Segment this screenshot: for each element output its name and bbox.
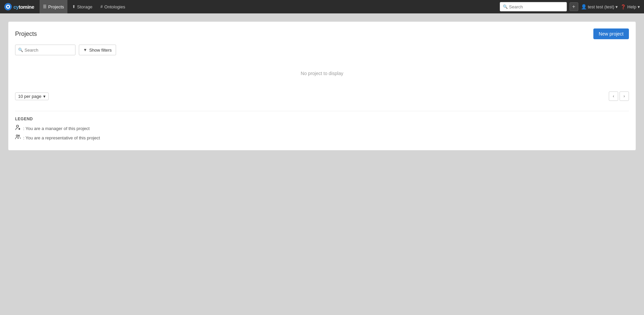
nav-item-storage[interactable]: ⬆ Storage (69, 0, 96, 13)
nav-item-ontologies[interactable]: # Ontologies (97, 0, 128, 13)
per-page-caret-icon: ▾ (43, 94, 46, 99)
help-menu[interactable]: ❓ Help ▾ (621, 4, 640, 9)
legend-manager-text: : You are a manager of this project (23, 126, 90, 131)
add-button[interactable]: + (570, 2, 578, 11)
legend-item-representative: : You are a representative of this proje… (15, 134, 629, 141)
ontologies-icon: # (100, 4, 103, 9)
representative-icon (15, 134, 21, 141)
toolbar: 🔍 ▼ Show filters (15, 45, 629, 55)
show-filters-label: Show filters (89, 48, 112, 53)
show-filters-button[interactable]: ▼ Show filters (79, 45, 116, 55)
global-search-input[interactable] (509, 4, 564, 9)
prev-page-button[interactable]: ‹ (609, 91, 618, 101)
projects-card: Projects New project 🔍 ▼ Show filters No… (8, 21, 636, 150)
per-page-label: 10 per page (18, 94, 41, 99)
next-page-button[interactable]: › (620, 91, 629, 101)
help-circle-icon: ❓ (621, 4, 626, 9)
user-caret-icon: ▾ (615, 4, 618, 9)
project-search-icon: 🔍 (18, 48, 23, 52)
navbar: cytomine ☰ Projects ⬆ Storage # Ontologi… (0, 0, 644, 13)
svg-point-5 (18, 135, 19, 136)
card-header: Projects New project (15, 28, 629, 39)
user-icon: 👤 (581, 4, 587, 9)
svg-point-3 (16, 125, 18, 127)
pagination-bar: 10 per page ▾ ‹ › (15, 91, 629, 101)
brand-logo-link[interactable]: cytomine (4, 3, 34, 11)
legend-item-manager: : You are a manager of this project (15, 125, 629, 132)
page-title: Projects (15, 30, 37, 38)
brand-name: cytomine (13, 4, 34, 10)
pagination-nav: ‹ › (609, 91, 629, 101)
legend-representative-text: : You are a representative of this proje… (23, 135, 100, 140)
filter-icon: ▼ (83, 48, 87, 52)
navbar-right: 🔍 + 👤 test test (test) ▾ ❓ Help ▾ (500, 2, 640, 11)
empty-state: No project to display (15, 61, 629, 86)
user-menu[interactable]: 👤 test test (test) ▾ (581, 4, 618, 9)
storage-icon: ⬆ (72, 4, 75, 9)
project-search-input[interactable] (24, 48, 72, 53)
nav-label-ontologies: Ontologies (104, 4, 125, 9)
legend-title: LEGEND (15, 117, 629, 121)
svg-point-2 (7, 6, 9, 8)
manager-icon (15, 125, 21, 132)
global-search-icon: 🔍 (503, 4, 508, 9)
legend-section: LEGEND : You are a manager of this proje… (15, 111, 629, 141)
empty-state-message: No project to display (301, 71, 343, 76)
new-project-button[interactable]: New project (593, 28, 629, 39)
brand-logo-icon (4, 3, 12, 11)
help-caret-icon: ▾ (638, 4, 640, 9)
nav-label-storage: Storage (77, 4, 93, 9)
nav-label-projects: Projects (48, 4, 64, 9)
help-label: Help (627, 4, 636, 9)
nav-item-projects[interactable]: ☰ Projects (40, 0, 67, 13)
svg-point-4 (16, 135, 18, 136)
user-label: test test (test) (588, 4, 614, 9)
per-page-select[interactable]: 10 per page ▾ (15, 92, 49, 100)
main-content: Projects New project 🔍 ▼ Show filters No… (0, 13, 644, 315)
global-search-box[interactable]: 🔍 (500, 2, 567, 11)
projects-icon: ☰ (43, 4, 47, 9)
project-search-field[interactable]: 🔍 (15, 45, 75, 55)
